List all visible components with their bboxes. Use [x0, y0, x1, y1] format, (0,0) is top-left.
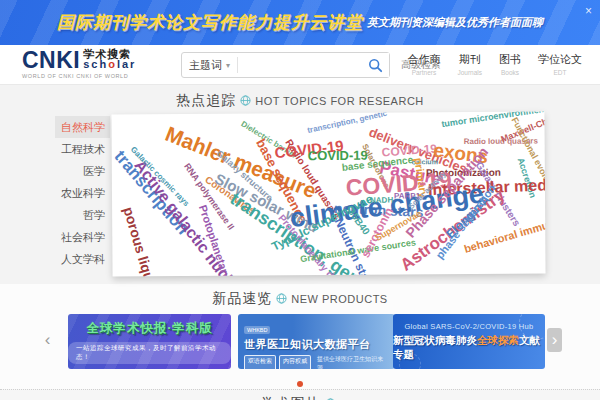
search-button[interactable]	[361, 53, 389, 77]
close-icon[interactable]: ×	[585, 4, 592, 18]
promo-banner[interactable]: 国际期刊学术论文写作能力提升云讲堂 英文期刊资深编辑及优秀作者面面聊 ×	[0, 0, 600, 45]
sidebar-category-item[interactable]: 社会科学	[55, 226, 110, 248]
promo-banner-subtitle: 英文期刊资深编辑及优秀作者面面聊	[367, 15, 543, 30]
virus-decoration-icon	[399, 353, 421, 369]
sidebar-category-item[interactable]: 人文学科	[55, 248, 110, 270]
search-field-dropdown[interactable]: 主题词 ▾	[182, 58, 237, 73]
bottom-section-title-cn: 学术图片	[261, 395, 321, 400]
top-nav: 合作商 Partners 期刊 Journals 图书 Books 学位论文 E…	[407, 52, 582, 76]
hot-topics-title-en: HOT TOPICS FOR RESEARCH	[255, 95, 424, 107]
hot-topics-section: 热点追踪 HOT TOPICS FOR RESEARCH 自然科学工程技术医学农…	[0, 85, 600, 284]
search-field-label: 主题词	[189, 58, 222, 73]
card2-badge: WHKBD	[244, 326, 270, 334]
carousel-dot-active[interactable]	[297, 381, 303, 387]
new-products-section: 新品速览 NEW PRODUCTS ‹ 全球学术快报·学科版 一站追踪全球研究成…	[0, 284, 600, 389]
search-input[interactable]	[238, 54, 361, 76]
new-products-title: 新品速览 NEW PRODUCTS	[0, 290, 600, 307]
cloud-word[interactable]: porous liquids	[121, 205, 162, 276]
carousel-next-button[interactable]: ›	[547, 328, 562, 352]
nav-item-journals[interactable]: 期刊 Journals	[457, 52, 482, 76]
hot-topics-title: 热点追踪 HOT TOPICS FOR RESEARCH	[0, 92, 600, 109]
search-bar: 主题词 ▾ 高级检索	[181, 52, 441, 78]
card2-description: 提供全球医疗卫生知识来源， 阅读与获取的一站式解决方案	[317, 355, 389, 369]
sidebar-category-item[interactable]: 自然科学	[55, 116, 110, 138]
card-tags: 双语检索内容权威科学分类资源完备	[244, 355, 311, 369]
card-feature-tag: 内容权威	[279, 355, 311, 369]
logo-tagline: WORLD OF CNKI CNKI OF WORLD	[22, 73, 136, 79]
search-box: 主题词 ▾	[181, 52, 390, 78]
hot-topics-sidebar: 自然科学工程技术医学农业科学哲学社会科学人文学科	[55, 116, 110, 270]
globe-icon	[276, 293, 287, 304]
new-products-title-cn: 新品速览	[212, 290, 272, 308]
cloud-word[interactable]: PARP1	[394, 192, 420, 200]
word-cloud: Mahler measuretranscriptionActive galact…	[111, 111, 545, 276]
cnki-logo[interactable]: CNKI 学术搜索 scholar WORLD OF CNKI CNKI OF …	[22, 49, 136, 79]
cloud-word[interactable]: NADH	[370, 197, 393, 205]
hot-topics-title-cn: 热点追踪	[176, 92, 236, 110]
logo-en-name: scholar	[83, 59, 136, 69]
nav-item-edt[interactable]: 学位论文 EDT	[538, 52, 582, 76]
sidebar-category-item[interactable]: 医学	[55, 160, 110, 182]
sidebar-category-item[interactable]: 农业科学	[55, 182, 110, 204]
product-card-covid-hub[interactable]: Global SARS-CoV-2/COVID-19 Hub 新型冠状病毒肺炎全…	[393, 314, 545, 369]
card1-title: 全球学术快报·学科版	[86, 320, 213, 337]
cnki-scholar-homepage: 国际期刊学术论文写作能力提升云讲堂 英文期刊资深编辑及优秀作者面面聊 × CNK…	[0, 0, 600, 400]
product-card-health-bigdata[interactable]: WHKBD 世界医卫知识大数据平台 双语检索内容权威科学分类资源完备 提供全球医…	[238, 314, 395, 369]
card2-title: 世界医卫知识大数据平台	[244, 337, 389, 352]
sidebar-category-item[interactable]: 哲学	[55, 204, 110, 226]
search-icon	[368, 58, 383, 73]
nav-item-books[interactable]: 图书 Books	[499, 52, 521, 76]
nav-item-partners[interactable]: 合作商 Partners	[407, 52, 440, 76]
product-card-global-express[interactable]: 全球学术快报·学科版 一站追踪全球研究成果，及时了解前沿学术动态！	[68, 314, 231, 369]
card-feature-tag: 双语检索	[244, 355, 276, 369]
promo-banner-title: 国际期刊学术论文写作能力提升云讲堂	[57, 11, 363, 34]
card3-english-title: Global SARS-CoV-2/COVID-19 Hub	[404, 322, 533, 331]
carousel-dots	[0, 381, 600, 387]
hot-topics-body: 自然科学工程技术医学农业科学哲学社会科学人文学科 Mahler measuret…	[0, 112, 600, 284]
header: CNKI 学术搜索 scholar WORLD OF CNKI CNKI OF …	[0, 45, 600, 85]
bottom-section-clipped: 学术图片	[0, 389, 600, 400]
new-products-title-en: NEW PRODUCTS	[291, 293, 387, 305]
products-carousel: ‹ 全球学术快报·学科版 一站追踪全球研究成果，及时了解前沿学术动态！ WHKB…	[0, 312, 600, 376]
chevron-down-icon: ▾	[226, 61, 230, 70]
globe-icon	[240, 95, 251, 106]
card1-subtitle: 一站追踪全球研究成果，及时了解前沿学术动态！	[68, 342, 231, 364]
carousel-prev-button[interactable]: ‹	[40, 328, 55, 352]
logo-cnki-text: CNKI	[22, 49, 80, 71]
sidebar-category-item[interactable]: 工程技术	[55, 138, 110, 160]
